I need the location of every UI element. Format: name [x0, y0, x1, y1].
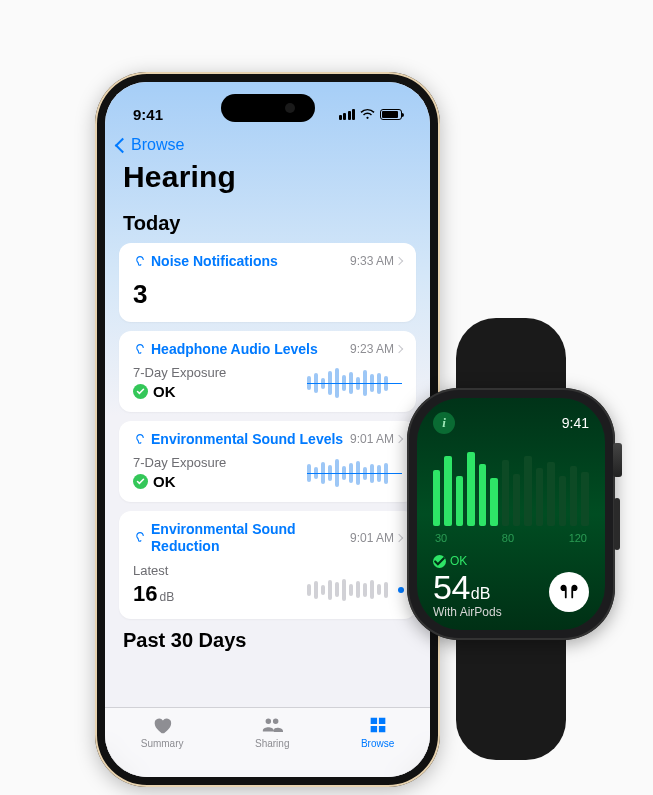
card-env-sound-reduction[interactable]: Environmental Sound Reduction 9:01 AM La… [119, 511, 416, 619]
section-past: Past 30 Days [105, 619, 430, 660]
back-label: Browse [131, 136, 184, 154]
sparkline-chart [307, 573, 402, 607]
tab-summary[interactable]: Summary [141, 714, 184, 777]
noise-level-bars [433, 448, 589, 526]
card-headphone-levels[interactable]: Headphone Audio Levels 9:23 AM 7-Day Exp… [119, 331, 416, 412]
latest-dot-icon [398, 587, 404, 593]
chevron-left-icon [115, 137, 131, 153]
db-scale: 30 80 120 [433, 532, 589, 544]
status-text: OK [153, 473, 176, 490]
status-text: OK [153, 383, 176, 400]
airpods-icon [558, 583, 580, 601]
exposure-label: 7-Day Exposure [133, 455, 226, 470]
sparkline-chart [307, 366, 402, 400]
checkmark-icon [133, 384, 148, 399]
exposure-label: 7-Day Exposure [133, 365, 226, 380]
chevron-right-icon [395, 534, 403, 542]
watch-screen: i 9:41 30 80 120 OK 54 dB With AirPods [417, 398, 605, 630]
card-time: 9:01 AM [350, 531, 394, 545]
side-button[interactable] [614, 498, 620, 550]
page-title: Hearing [105, 160, 430, 202]
card-env-sound-levels[interactable]: Environmental Sound Levels 9:01 AM 7-Day… [119, 421, 416, 502]
watch-db-value: 54 [433, 568, 470, 607]
card-title-text: Environmental Sound Levels [151, 431, 343, 447]
dynamic-island [221, 94, 315, 122]
latest-label: Latest [133, 563, 174, 578]
ear-icon [133, 343, 146, 356]
watch-case: i 9:41 30 80 120 OK 54 dB With AirPods [407, 388, 615, 640]
battery-icon [380, 109, 402, 120]
tab-bar: Summary Sharing Browse [105, 707, 430, 777]
ear-icon [133, 531, 146, 544]
status-time: 9:41 [133, 106, 163, 123]
back-button[interactable]: Browse [105, 132, 430, 160]
card-time: 9:33 AM [350, 254, 394, 268]
noise-count: 3 [133, 269, 402, 310]
iphone-screen: 9:41 Browse Hearing Today [105, 82, 430, 777]
card-noise-notifications[interactable]: Noise Notifications 9:33 AM 3 [119, 243, 416, 322]
people-icon [260, 714, 284, 736]
section-today: Today [105, 202, 430, 243]
reduction-value: 16 [133, 581, 157, 607]
chevron-right-icon [395, 435, 403, 443]
grid-icon [366, 714, 390, 736]
tab-browse[interactable]: Browse [361, 714, 394, 777]
sparkline-chart [307, 456, 402, 490]
card-time: 9:23 AM [350, 342, 394, 356]
wifi-icon [360, 108, 375, 120]
iphone-device: 9:41 Browse Hearing Today [95, 72, 440, 787]
heart-icon [150, 714, 174, 736]
cellular-icon [339, 109, 356, 120]
ear-icon [133, 433, 146, 446]
watch-db-unit: dB [471, 585, 491, 603]
app-content: Browse Hearing Today Noise Notifications… [105, 82, 430, 777]
watch-time: 9:41 [562, 415, 589, 431]
ear-icon [133, 255, 146, 268]
card-title-text: Noise Notifications [151, 253, 278, 269]
card-title-text: Environmental Sound Reduction [151, 521, 321, 555]
airpods-button[interactable] [549, 572, 589, 612]
card-time: 9:01 AM [350, 432, 394, 446]
watch-status: OK [450, 554, 467, 568]
digital-crown[interactable] [613, 443, 622, 477]
info-button[interactable]: i [433, 412, 455, 434]
checkmark-icon [133, 474, 148, 489]
tab-sharing[interactable]: Sharing [255, 714, 289, 777]
chevron-right-icon [395, 257, 403, 265]
apple-watch-device: i 9:41 30 80 120 OK 54 dB With AirPods [407, 388, 615, 640]
card-title-text: Headphone Audio Levels [151, 341, 318, 357]
reduction-unit: dB [159, 590, 174, 604]
checkmark-icon [433, 555, 446, 568]
chevron-right-icon [395, 345, 403, 353]
